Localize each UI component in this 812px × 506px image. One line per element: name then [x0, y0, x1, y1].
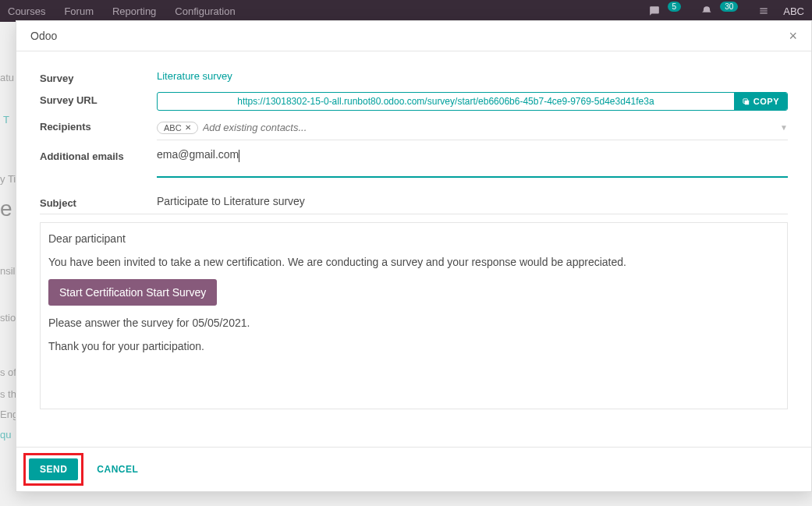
- survey-link[interactable]: Literature survey: [157, 70, 232, 82]
- row-subject: Subject: [40, 195, 788, 214]
- label-survey: Survey: [40, 70, 157, 84]
- additional-emails-value: ema@gmail.com: [157, 148, 239, 161]
- row-additional-emails: Additional emails ema@gmail.com: [40, 148, 788, 187]
- row-survey-url: Survey URL https://13018302-15-0-all.run…: [40, 92, 788, 111]
- modal-title: Odoo: [30, 30, 57, 42]
- label-subject: Subject: [40, 195, 157, 209]
- cancel-button[interactable]: CANCEL: [94, 458, 141, 480]
- copy-url-button[interactable]: COPY: [734, 93, 787, 110]
- label-additional-emails: Additional emails: [40, 148, 157, 162]
- label-survey-url: Survey URL: [40, 92, 157, 106]
- copy-icon: [742, 97, 750, 106]
- subject-input[interactable]: [157, 195, 788, 207]
- row-recipients: Recipients ABC ✕ ▼: [40, 119, 788, 140]
- email-body-editor[interactable]: Dear participant You have been invited t…: [40, 222, 788, 409]
- body-greeting: Dear participant: [48, 232, 779, 245]
- chevron-down-icon[interactable]: ▼: [780, 123, 788, 132]
- label-recipients: Recipients: [40, 119, 157, 133]
- send-button[interactable]: SEND: [29, 458, 78, 480]
- text-cursor: [239, 150, 239, 162]
- remove-recipient-icon[interactable]: ✕: [185, 123, 191, 132]
- recipient-chip[interactable]: ABC ✕: [157, 122, 198, 134]
- modal-body: Survey Literature survey Survey URL http…: [16, 51, 811, 447]
- row-survey: Survey Literature survey: [40, 70, 788, 84]
- additional-emails-field[interactable]: ema@gmail.com: [157, 148, 788, 178]
- recipients-field[interactable]: ABC ✕ ▼: [157, 119, 788, 140]
- svg-rect-1: [744, 100, 749, 104]
- survey-url-box: https://13018302-15-0-all.runbot80.odoo.…: [157, 92, 788, 111]
- modal-header: Odoo ×: [16, 21, 811, 51]
- start-certification-button[interactable]: Start Certification Start Survey: [48, 279, 217, 306]
- copy-label: COPY: [753, 97, 779, 106]
- modal-footer: SEND CANCEL: [16, 447, 811, 491]
- recipient-chip-label: ABC: [164, 123, 182, 133]
- body-line2: Please answer the survey for 05/05/2021.: [48, 317, 779, 329]
- close-icon[interactable]: ×: [789, 29, 797, 43]
- body-thanks: Thank you for your participation.: [48, 340, 779, 352]
- recipients-input[interactable]: [198, 119, 432, 136]
- survey-url-text: https://13018302-15-0-all.runbot80.odoo.…: [158, 93, 734, 110]
- body-line1: You have been invited to take a new cert…: [48, 256, 779, 268]
- send-button-highlight: SEND: [27, 457, 80, 482]
- share-survey-modal: Odoo × Survey Literature survey Survey U…: [16, 20, 812, 492]
